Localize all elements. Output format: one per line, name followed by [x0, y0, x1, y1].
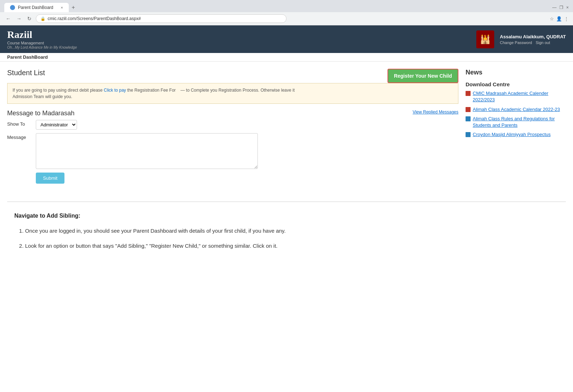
breadcrumb-text: Parent DashBoard [7, 54, 48, 60]
app-header: Raziil Course Management Oh...My Lord Ad… [0, 25, 573, 53]
sign-out-link[interactable]: Sign out [536, 40, 550, 45]
download-link-2[interactable]: Alimah Class Rules and Regulations for S… [466, 116, 566, 129]
doc-icon-3 [466, 132, 471, 137]
main-content: Student List Register Your New Child If … [0, 62, 573, 191]
pdf-icon-0 [466, 91, 471, 96]
mosque-icon: 🕌 [476, 30, 494, 48]
change-password-link[interactable]: Change Password [500, 40, 532, 45]
show-to-row: Show To Administrator [7, 120, 458, 130]
refresh-button[interactable]: ↻ [26, 15, 33, 22]
url-text: cmic.raziil.com/Screens/ParentDashBoard.… [48, 16, 141, 21]
header-user-info: Assalamu Alaikkum, QUDRAT Change Passwor… [500, 34, 566, 45]
maximize-button[interactable]: ❐ [559, 5, 563, 10]
instruction-step-2: Look for an option or button that says "… [25, 241, 559, 251]
submit-button[interactable]: Submit [36, 173, 64, 184]
download-link-text-3: Croydon Masjid Alimiyyah Prospectus [473, 131, 550, 138]
browser-action-buttons: ☆ 👤 ⋮ [550, 16, 569, 21]
download-link-text-0: CMIC Madrasah Academic Calender 2022/202… [473, 90, 566, 103]
instructions-list: Once you are logged in, you should see y… [14, 226, 559, 250]
logo-subtitle: Course Management [7, 40, 77, 45]
message-row: Message [7, 133, 458, 169]
instructions-heading: Navigate to Add Sibling: [14, 213, 559, 219]
close-button[interactable]: × [566, 5, 569, 10]
window-controls: — ❐ × [552, 5, 569, 10]
address-bar[interactable]: 🔒 cmic.raziil.com/Screens/ParentDashBoar… [36, 14, 286, 23]
download-link-1[interactable]: Alimah Class Academic Calendar 2022-23 [466, 106, 566, 113]
pdf-icon-1 [466, 107, 471, 112]
profile-icon[interactable]: 👤 [556, 16, 562, 21]
browser-tab[interactable]: Parent DashBoard × [4, 3, 69, 12]
instruction-step-1: Once you are logged in, you should see y… [25, 226, 559, 236]
show-to-select[interactable]: Administrator [36, 120, 77, 130]
tab-title: Parent DashBoard [18, 5, 53, 10]
minimize-button[interactable]: — [552, 5, 557, 10]
download-link-text-1: Alimah Class Academic Calendar 2022-23 [473, 106, 560, 113]
left-panel: Student List Register Your New Child If … [7, 69, 458, 184]
download-centre-title: Download Centre [466, 81, 566, 87]
section-divider [7, 202, 566, 202]
tab-favicon [10, 5, 15, 10]
message-section-title: Message to Madarasah [7, 110, 458, 117]
view-replies-link[interactable]: View Replied Messages [413, 110, 458, 115]
new-tab-button[interactable]: + [72, 4, 75, 11]
show-to-label: Show To [7, 120, 32, 127]
message-textarea[interactable] [36, 133, 258, 169]
download-link-text-2: Alimah Class Rules and Regulations for S… [473, 116, 566, 129]
news-title: News [466, 69, 566, 76]
submit-row: Submit [7, 173, 458, 184]
student-list-title: Student List [7, 69, 45, 77]
info-text-1: If you are going to pay using direct deb… [13, 88, 103, 93]
app-logo: Raziil Course Management Oh...My Lord Ad… [7, 29, 77, 49]
lock-icon: 🔒 [40, 16, 45, 21]
logo-tagline: Oh...My Lord Advance Me in My Knowledge [7, 45, 77, 49]
logo-text: Raziil [7, 29, 77, 40]
menu-icon[interactable]: ⋮ [564, 16, 569, 21]
doc-icon-2 [466, 116, 471, 121]
greeting-text: Assalamu Alaikkum, QUDRAT [500, 34, 566, 39]
bookmark-icon[interactable]: ☆ [550, 16, 554, 21]
header-right: 🕌 Assalamu Alaikkum, QUDRAT Change Passw… [476, 30, 566, 48]
instructions-section: Navigate to Add Sibling: Once you are lo… [0, 213, 573, 270]
download-link-0[interactable]: CMIC Madrasah Academic Calender 2022/202… [466, 90, 566, 103]
click-to-pay-link[interactable]: Click to pay [104, 88, 126, 93]
breadcrumb: Parent DashBoard [0, 53, 573, 62]
download-link-3[interactable]: Croydon Masjid Alimiyyah Prospectus [466, 131, 566, 138]
register-child-button[interactable]: Register Your New Child [387, 69, 458, 83]
forward-button[interactable]: → [15, 15, 23, 22]
info-text-3: to Complete you Registration Process. Ot… [186, 88, 294, 93]
info-text-4: Admission Team will guide you. [13, 94, 72, 99]
right-panel: News Download Centre CMIC Madrasah Acade… [466, 69, 566, 184]
info-text-2: the Regsistration Fee For [127, 88, 175, 93]
download-links-container: CMIC Madrasah Academic Calender 2022/202… [466, 90, 566, 138]
tab-close-button[interactable]: × [61, 5, 63, 10]
message-section: View Replied Messages Message to Madaras… [7, 110, 458, 184]
message-label: Message [7, 133, 32, 140]
info-box: If you are going to pay using direct deb… [7, 83, 458, 104]
back-button[interactable]: ← [4, 15, 12, 22]
